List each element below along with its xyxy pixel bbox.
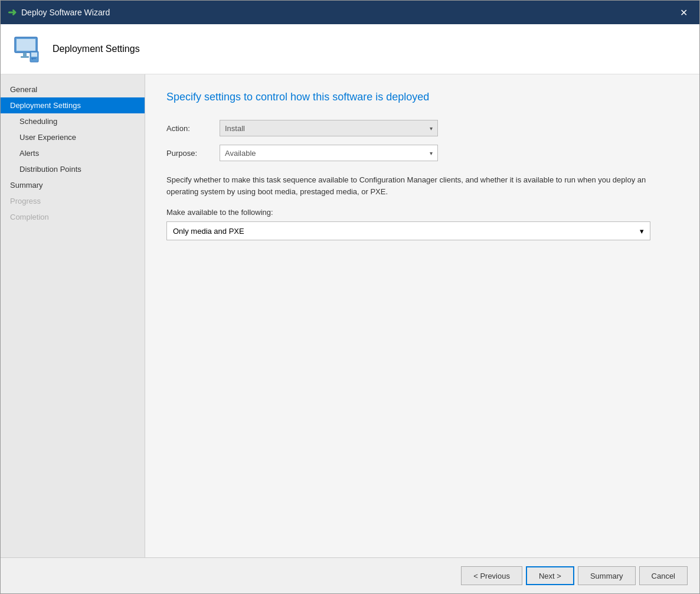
cancel-button[interactable]: Cancel — [639, 566, 688, 585]
wizard-page-title: Deployment Settings — [53, 44, 140, 54]
wizard-arrow-icon: ➜ — [8, 6, 17, 19]
purpose-dropdown-arrow-icon: ▾ — [430, 150, 433, 156]
close-button[interactable]: ✕ — [675, 5, 692, 21]
svg-rect-2 — [23, 53, 27, 56]
sidebar-item-progress: Progress — [1, 193, 145, 209]
wizard-footer: < Previous Next > Summary Cancel — [1, 557, 699, 593]
sidebar-item-summary[interactable]: Summary — [1, 177, 145, 193]
summary-button[interactable]: Summary — [578, 566, 636, 585]
purpose-dropdown[interactable]: Available ▾ — [220, 145, 438, 161]
action-dropdown-arrow-icon: ▾ — [430, 125, 433, 132]
previous-button[interactable]: < Previous — [461, 566, 522, 585]
deployment-icon — [12, 34, 43, 64]
purpose-label: Purpose: — [166, 149, 220, 158]
sidebar-item-distribution-points[interactable]: Distribution Points — [1, 161, 145, 177]
svg-rect-1 — [17, 39, 35, 51]
available-to-dropdown[interactable]: Only media and PXE ▾ — [166, 221, 650, 240]
sidebar-item-deployment-settings[interactable]: Deployment Settings — [1, 97, 145, 113]
wizard-header: Deployment Settings — [1, 24, 699, 74]
window-title: Deploy Software Wizard — [21, 8, 110, 17]
available-to-label: Make available to the following: — [166, 208, 678, 217]
content-heading: Specify settings to control how this sof… — [166, 91, 678, 103]
title-bar-left: ➜ Deploy Software Wizard — [8, 6, 110, 19]
sidebar-item-completion: Completion — [1, 209, 145, 225]
sidebar-item-scheduling[interactable]: Scheduling — [1, 113, 145, 129]
wizard-sidebar: General Deployment Settings Scheduling U… — [1, 74, 145, 557]
sidebar-item-alerts[interactable]: Alerts — [1, 145, 145, 161]
title-bar: ➜ Deploy Software Wizard ✕ — [1, 1, 699, 24]
svg-rect-5 — [31, 53, 37, 57]
description-text: Specify whether to make this task sequen… — [166, 174, 656, 197]
available-dropdown-arrow-icon: ▾ — [640, 227, 644, 236]
wizard-window: ➜ Deploy Software Wizard ✕ Deployment Se… — [0, 0, 700, 594]
wizard-content: Specify settings to control how this sof… — [145, 74, 699, 557]
svg-rect-7 — [31, 58, 36, 59]
action-row: Action: Install ▾ — [166, 120, 678, 136]
sidebar-item-general[interactable]: General — [1, 81, 145, 97]
next-button[interactable]: Next > — [526, 566, 574, 585]
action-dropdown: Install ▾ — [220, 120, 438, 136]
sidebar-item-user-experience[interactable]: User Experience — [1, 129, 145, 145]
svg-rect-3 — [21, 56, 29, 58]
purpose-row: Purpose: Available ▾ — [166, 145, 678, 161]
wizard-body: General Deployment Settings Scheduling U… — [1, 74, 699, 557]
action-label: Action: — [166, 124, 220, 133]
